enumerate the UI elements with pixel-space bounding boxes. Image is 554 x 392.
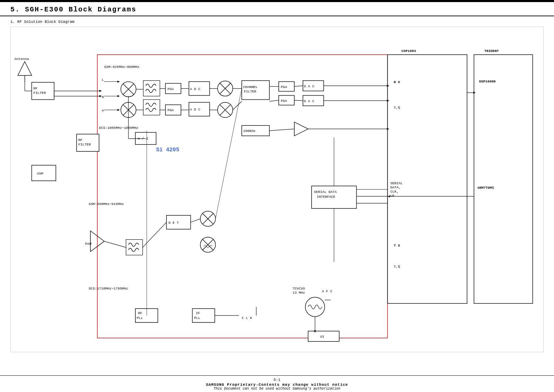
serial-clk-label2: DATA, bbox=[390, 186, 401, 189]
a-label: A bbox=[102, 109, 104, 113]
serial-clk-label1: SERIAL bbox=[390, 181, 403, 185]
100khz-label: 100KHz bbox=[243, 129, 256, 133]
arr-rf-l bbox=[99, 90, 102, 92]
arr-amp-csp bbox=[387, 128, 389, 130]
dsp-label: DSP16000 bbox=[479, 80, 496, 83]
lpf-top-box bbox=[143, 81, 160, 96]
afc-label: A F C bbox=[322, 289, 332, 293]
header: 5. SGH-E300 Block Diagrams bbox=[0, 2, 554, 16]
serial-clk-label4: LE bbox=[390, 194, 394, 198]
rf-filter-bottom-label1: RF bbox=[78, 138, 82, 142]
company-notice: SAMSUNG Proprietary-Contents may change … bbox=[0, 383, 554, 387]
serial-data-label2: INTERFACE bbox=[317, 195, 336, 199]
asm-label: ASM bbox=[37, 172, 43, 176]
m4-cf-bot bbox=[233, 101, 242, 110]
tx-label: T X bbox=[394, 244, 400, 248]
pga-cf-top-label: PGA bbox=[281, 85, 287, 89]
arr-rf-n bbox=[99, 95, 102, 97]
diagram-container: text { font-family: 'Courier New', monos… bbox=[10, 27, 544, 352]
rf-pll-label2: PLL bbox=[137, 316, 143, 320]
serial-data-label1: SERIAL DATA bbox=[314, 190, 337, 194]
asm-box bbox=[32, 165, 56, 181]
rf-pll-label1: RF bbox=[138, 311, 142, 315]
pga-dac-bot bbox=[294, 100, 303, 101]
amp-tri-top bbox=[294, 122, 308, 136]
lpf-tx-wave2 bbox=[128, 248, 139, 252]
dac-top-label: D A C bbox=[304, 84, 314, 88]
antenna-label: Antenna bbox=[15, 57, 29, 61]
clk-label: C L K bbox=[242, 316, 252, 320]
lpf-tx-wave bbox=[128, 243, 139, 247]
page: 5. SGH-E300 Block Diagrams 1. RF Solutio… bbox=[0, 0, 554, 392]
tcvcxo-label2: 13 MHz bbox=[293, 291, 305, 295]
tcvcxo-wave bbox=[308, 305, 322, 309]
if-pll-label1: IF bbox=[196, 311, 200, 315]
rf-filter-top-label2: FILTER bbox=[34, 91, 46, 95]
footer: 5-1 SAMSUNG Proprietary-Contents may cha… bbox=[0, 375, 554, 392]
l-label: L bbox=[102, 78, 104, 82]
lpf-top-wave bbox=[146, 84, 156, 88]
ui-label: UI bbox=[320, 335, 324, 339]
pam-label: PAM bbox=[85, 242, 91, 246]
pga-bot-label: PGA bbox=[168, 108, 174, 112]
rf-filter-top-label1: RF bbox=[34, 87, 38, 90]
det-label: D E T bbox=[169, 221, 179, 225]
si4205-label: Si 4205 bbox=[156, 147, 179, 153]
a-arrow bbox=[117, 109, 120, 111]
cf-pga-bot bbox=[269, 100, 279, 101]
page-title: 5. SGH-E300 Block Diagrams bbox=[10, 6, 544, 14]
channel-filter-label1: CHANNEL bbox=[243, 85, 258, 89]
pam-lpf bbox=[104, 241, 126, 248]
block-diagram: text { font-family: 'Courier New', monos… bbox=[11, 27, 543, 352]
lpf-top-wave2 bbox=[146, 89, 156, 93]
antenna-symbol bbox=[18, 62, 32, 75]
arr-tri-csp-bot bbox=[387, 195, 390, 197]
arr-dac-csp-bot bbox=[387, 100, 389, 102]
iq-bot-label: I,Q bbox=[394, 265, 400, 268]
page-number: 5-1 bbox=[0, 378, 554, 382]
l-arrow bbox=[117, 81, 120, 83]
lpf-bot-wave2 bbox=[146, 108, 156, 112]
dac-bot-label: D A C bbox=[304, 99, 314, 103]
khz-amp bbox=[269, 129, 294, 131]
channel-filter-label2: FILTER bbox=[244, 90, 256, 93]
content: 1. RF Solution Block Diagram text { font… bbox=[0, 16, 554, 356]
pga-top-label: PGA bbox=[168, 87, 174, 91]
section-label: 1. RF Solution Block Diagram bbox=[10, 20, 544, 24]
pga-dac-top bbox=[294, 86, 303, 87]
dcs-low-label: DCS:1710MHz~1785MHz bbox=[89, 287, 128, 291]
rf-pll-box bbox=[135, 309, 158, 322]
authorization-notice: This Document can not be used without Sa… bbox=[0, 387, 554, 391]
arr-csp-tri-top bbox=[473, 92, 476, 94]
iq-top-label: I,Q bbox=[394, 106, 400, 109]
lpf-tx-box bbox=[126, 240, 143, 255]
tcvcxo-label1: TCVCXO bbox=[293, 287, 305, 291]
gsm-high-label: GSM:925MHz~960MHz bbox=[104, 65, 140, 69]
if-pll-box bbox=[193, 309, 215, 322]
n-arrow bbox=[117, 95, 120, 97]
n-label: N bbox=[102, 95, 104, 99]
adc-bot-label: A D C bbox=[190, 108, 200, 112]
if-pll-label2: PLL bbox=[194, 316, 200, 320]
trident-boundary bbox=[474, 55, 533, 303]
det-mx1 bbox=[191, 219, 200, 222]
serial-clk-label3: CLK, bbox=[390, 190, 399, 194]
arm-label: ARM7TDMI bbox=[477, 186, 494, 190]
arr-dac-csp-top bbox=[387, 85, 389, 87]
lpf-bot-wave bbox=[146, 103, 156, 107]
adc-top-label: A D C bbox=[190, 87, 200, 91]
csp1093-label: CSP1093 bbox=[401, 49, 416, 53]
gsm-low-label: GSM:890MHz~915MHz bbox=[89, 202, 124, 206]
lpf-bot-box bbox=[143, 100, 160, 115]
rf-filter-bottom-label2: FILTER bbox=[78, 143, 91, 146]
lpf-det bbox=[143, 222, 167, 248]
pga-cf-bot-label: PGA bbox=[281, 99, 287, 103]
trident-label: TRIDENT bbox=[484, 49, 499, 53]
rx-label: R X bbox=[394, 80, 400, 84]
dcs-high-label: DCS:1805MHz~1880MHz bbox=[99, 126, 138, 130]
